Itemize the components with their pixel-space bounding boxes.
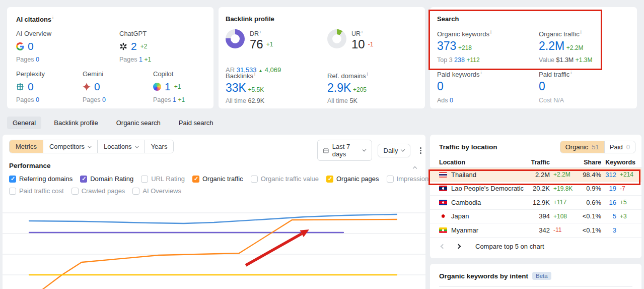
checkbox-organic-traffic[interactable]: Organic traffic — [192, 175, 243, 183]
ai-item-chatgpt: ChatGPT 2 +2 Pages 1 +1 — [119, 30, 151, 63]
ref-domains-block: Ref. domainsi 2.9K +205 All time 5K — [327, 72, 368, 104]
info-icon[interactable]: i — [481, 70, 482, 75]
table-row-thailand[interactable]: Thailand 2.2M +2.2M 98.4% 312 +214 — [430, 168, 641, 182]
keywords-by-intent-card: Organic keywords by intent Beta — [430, 264, 641, 289]
backlink-profile-title: Backlink profile — [226, 15, 274, 23]
info-icon[interactable]: i — [490, 30, 491, 35]
keywords-link[interactable]: 19 — [601, 185, 616, 192]
pages-count[interactable]: 0 — [102, 96, 106, 103]
chevron-up-icon — [413, 166, 417, 170]
metric-checkbox-row-2: Paid traffic cost Crawled pages AI Overv… — [9, 187, 181, 195]
calendar-icon — [323, 147, 329, 154]
pages-count[interactable]: 0 — [36, 56, 39, 63]
checkbox-organic-traffic-value[interactable]: Organic traffic value — [251, 175, 319, 183]
perplexity-count[interactable]: 0 — [28, 81, 34, 93]
annotation-arrow-shaft — [246, 234, 302, 265]
more-options-icon[interactable] — [420, 150, 421, 151]
info-icon[interactable]: i — [254, 72, 255, 77]
pages-count[interactable]: 1 — [139, 56, 142, 63]
checkbox-referring-domains[interactable]: Referring domains — [9, 175, 73, 183]
perplexity-icon — [16, 83, 24, 91]
ai-overview-count[interactable]: 0 — [28, 40, 34, 52]
checkbox-icon — [80, 176, 87, 183]
tab-organic-search[interactable]: Organic search — [111, 117, 166, 129]
organic-paid-toggle: Organic51 Paid0 — [560, 141, 635, 153]
checkbox-impressions[interactable]: Impressions — [387, 175, 432, 183]
checkbox-icon — [192, 176, 199, 183]
checkbox-paid-traffic-cost[interactable]: Paid traffic cost — [9, 187, 64, 195]
copilot-count[interactable]: 1 — [165, 81, 171, 93]
checkbox-domain-rating[interactable]: Domain Rating — [80, 175, 133, 183]
japan-flag — [439, 213, 447, 219]
table-row-laos[interactable]: Lao People's Democratic Reput 20.2K +19.… — [430, 182, 641, 196]
thailand-flag — [439, 172, 447, 178]
checkbox-icon — [387, 176, 394, 183]
google-icon — [16, 42, 24, 50]
ai-item-ai-overview: AI Overview 0 Pages 0 — [16, 30, 51, 63]
date-range-button[interactable]: Last 7 days — [317, 140, 372, 161]
info-icon[interactable]: i — [570, 70, 571, 75]
keywords-link[interactable]: 16 — [601, 199, 616, 206]
chevron-left-icon — [441, 244, 446, 249]
keywords-link[interactable]: 312 — [601, 171, 616, 179]
table-row-japan[interactable]: Japan 394 +108 <0.1% 5 +3 — [430, 210, 641, 224]
tab-general[interactable]: General — [7, 117, 41, 129]
gemini-count[interactable]: 0 — [94, 81, 100, 93]
organic-traffic-value[interactable]: 2.2M — [539, 39, 564, 52]
checkbox-icon — [9, 188, 16, 195]
segment-metrics[interactable]: Metrics — [10, 140, 43, 153]
pages-count[interactable]: 0 — [36, 96, 39, 103]
performance-card: Metrics Competitors Locations Years Last… — [3, 135, 425, 289]
collapse-section-button[interactable] — [413, 164, 416, 171]
copilot-icon — [153, 83, 161, 91]
next-page-button[interactable] — [455, 243, 462, 250]
toggle-paid[interactable]: Paid0 — [604, 141, 635, 153]
info-icon[interactable]: i — [581, 30, 582, 35]
chatgpt-count[interactable]: 2 — [131, 40, 137, 52]
checkbox-ai-overviews[interactable]: AI Overviews — [132, 187, 181, 195]
tab-backlink-profile[interactable]: Backlink profile — [48, 117, 103, 129]
table-row-cambodia[interactable]: Cambodia 12.9K +117 0.6% 16 +5 — [430, 196, 641, 210]
segment-locations[interactable]: Locations — [97, 140, 145, 153]
ai-item-copilot: Copilot 1 +1 Pages 1 +1 — [153, 70, 185, 103]
toggle-organic[interactable]: Organic51 — [560, 141, 604, 153]
paid-keywords-value[interactable]: 0 — [437, 80, 444, 93]
info-icon[interactable]: i — [52, 15, 53, 20]
info-icon[interactable]: i — [362, 29, 363, 34]
dr-donut — [226, 29, 245, 48]
segment-years[interactable]: Years — [145, 140, 174, 153]
checkbox-icon — [71, 188, 79, 195]
search-card: Search Organic keywordsi 373 +218 Top 3 … — [430, 7, 637, 108]
chevron-down-icon — [363, 148, 367, 152]
compare-top5-link[interactable]: Compare top 5 on chart — [475, 243, 544, 250]
search-title: Search — [437, 15, 459, 23]
backlinks-value[interactable]: 33K — [226, 81, 246, 94]
top3-value[interactable]: 238 — [454, 56, 465, 64]
segment-competitors[interactable]: Competitors — [43, 140, 97, 153]
pages-count[interactable]: 1 — [173, 96, 176, 103]
table-row-myanmar[interactable]: Myanmar 342 -11 <0.1% 3 — [430, 223, 641, 238]
granularity-button[interactable]: Daily — [378, 144, 411, 157]
checkbox-organic-pages[interactable]: Organic pages — [326, 175, 379, 183]
info-icon[interactable]: i — [367, 72, 368, 77]
beta-badge: Beta — [532, 272, 551, 280]
checkbox-crawled-pages[interactable]: Crawled pages — [71, 187, 125, 195]
tab-paid-search[interactable]: Paid search — [173, 117, 219, 129]
dr-value: 76 — [250, 37, 263, 51]
backlink-profile-card: Backlink profile DRi 76+1 AR 31,533 ▲ 4,… — [219, 7, 425, 108]
chart-mode-segments: Metrics Competitors Locations Years — [9, 140, 174, 153]
checkbox-url-rating[interactable]: URL Rating — [141, 175, 185, 183]
ai-citations-card: AI citationsi AI Overview 0 Pages 0 Chat… — [7, 7, 213, 108]
keywords-link[interactable]: 5 — [601, 212, 616, 220]
performance-line-chart[interactable] — [3, 196, 425, 289]
prev-page-button[interactable] — [439, 243, 447, 250]
organic-keywords-value[interactable]: 373 — [437, 39, 456, 52]
ai-citations-title: AI citations — [16, 16, 51, 23]
info-icon[interactable]: i — [260, 29, 261, 34]
keywords-link[interactable]: 3 — [601, 226, 616, 234]
paid-traffic-value[interactable]: 0 — [539, 80, 545, 93]
ref-domains-value[interactable]: 2.9K — [327, 81, 351, 94]
organic-traffic-block: Organic traffici 2.2M +2.2M Value $1.3M … — [539, 30, 592, 64]
ai-item-perplexity: Perplexity 0 Pages 0 — [16, 70, 45, 103]
cambodia-flag — [439, 200, 447, 205]
